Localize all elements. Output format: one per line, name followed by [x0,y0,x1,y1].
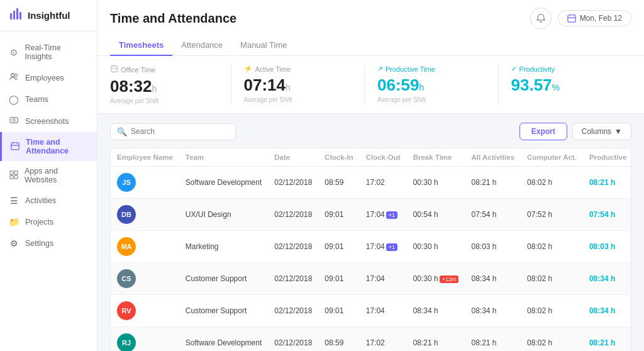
col-team: Team [179,148,268,167]
office-time-icon [110,65,118,74]
export-button[interactable]: Export [519,123,567,140]
col-clock-out: Clock-Out [360,148,407,167]
sidebar-item-activities[interactable]: ☰ Activities [0,190,97,211]
sidebar-item-label: Real-Time Insights [25,43,89,61]
logo-icon [9,7,23,24]
svg-rect-3 [19,12,21,20]
btn-group: Export Columns ▼ [519,123,631,140]
badge: +1 [386,211,397,219]
real-time-icon: ⊙ [9,47,19,57]
table-row: DB UX/UI Design02/12/201809:0117:04+100:… [111,199,631,231]
avatar: DB [117,205,136,224]
sidebar-item-real-time[interactable]: ⊙ Real-Time Insights [0,38,97,67]
stat-productivity-value: 93.57% [511,75,619,95]
bell-icon [536,13,546,23]
calendar-icon [567,14,576,23]
stat-active-time: ⚡ Active Time 07:14h Average per Shift [231,65,365,104]
apps-icon [9,170,18,181]
avatar: JS [117,173,136,192]
notification-button[interactable] [530,8,552,29]
employee-cell: DB [117,205,173,224]
sidebar: Insightful ⊙ Real-Time Insights Employee… [0,0,97,351]
sidebar-item-apps-websites[interactable]: Apps and Websites [0,161,97,190]
avatar: RJ [117,333,136,351]
table-row: RJ Software Development02/12/201808:5917… [111,327,631,352]
main-header: Time and Attendance Mon, Feb 12 [97,0,644,56]
date-picker-button[interactable]: Mon, Feb 12 [558,10,631,26]
tab-attendance[interactable]: Attendance [172,35,231,56]
svg-rect-10 [14,170,17,174]
stat-productive-value: 06:59h [377,75,486,95]
stat-productivity: ✓ Productivity 93.57% [499,65,632,104]
stat-productivity-label: ✓ Productivity [511,65,619,73]
stat-productive-sub: Average per Shift [377,96,486,103]
stat-office-time: Office Time 08:32h Average per Shift [110,65,231,104]
stat-office-value: 08:32h [110,77,218,96]
svg-rect-14 [111,66,118,72]
col-date: Date [268,148,318,167]
table-row: MA Marketing02/12/201809:0117:04+100:30 … [111,231,631,263]
activities-icon: ☰ [9,196,19,206]
table-header: Employee Name Team Date Clock-In Clock-O… [111,148,631,167]
settings-icon: ⚙ [9,238,19,248]
col-employee-name: Employee Name [111,148,179,167]
columns-button[interactable]: Columns ▼ [572,123,631,140]
sidebar-item-time-attendance[interactable]: Time and Attendance [0,132,97,161]
sidebar-item-label: Screenshots [25,117,69,126]
tabs: Timesheets Attendance Manual Time [110,35,631,55]
tab-manual-time[interactable]: Manual Time [231,35,296,56]
employee-name-cell: RJ [111,327,179,352]
sidebar-item-employees[interactable]: Employees [0,67,97,89]
svg-point-4 [11,74,14,77]
date-label: Mon, Feb 12 [580,14,622,23]
sidebar-item-settings[interactable]: ⚙ Settings [0,233,97,254]
employee-cell: RJ [117,333,173,351]
employee-name-cell: RV [111,295,179,327]
teams-icon: ◯ [9,94,19,104]
page-title: Time and Attendance [110,11,236,26]
header-actions: Mon, Feb 12 [530,8,631,29]
col-productive: Productive [583,148,631,167]
employee-name-cell: JS [111,167,179,199]
employee-name-cell: CS [111,263,179,295]
avatar: RV [117,301,136,320]
stat-office-label: Office Time [110,65,218,74]
time-attendance-icon [11,142,19,152]
tab-timesheets[interactable]: Timesheets [110,35,172,56]
employee-cell: RV [117,301,173,320]
sidebar-item-label: Activities [25,196,56,205]
sidebar-item-label: Apps and Websites [25,167,88,184]
svg-rect-0 [10,13,12,20]
stat-productive-label: ↗ Productive Time [377,65,486,73]
stat-office-sub: Average per Shift [110,98,218,104]
col-break-time: Break Time [407,148,465,167]
content-area: 🔍 Export Columns ▼ Employee Name Team Da… [97,114,644,351]
employee-cell: MA [117,237,173,256]
sidebar-nav: ⊙ Real-Time Insights Employees ◯ Teams S… [0,31,97,351]
active-time-icon: ⚡ [244,65,253,73]
screenshots-icon [9,116,19,126]
stat-active-value: 07:14h [244,75,352,95]
col-clock-in: Clock-In [318,148,359,167]
logo-text: Insightful [28,10,70,21]
sidebar-item-screenshots[interactable]: Screenshots [0,110,97,132]
avatar: CS [117,269,136,288]
sidebar-item-label: Teams [25,95,48,104]
svg-point-5 [14,74,17,76]
sidebar-item-teams[interactable]: ◯ Teams [0,89,97,110]
svg-rect-8 [11,142,19,149]
sidebar-item-label: Projects [25,218,53,226]
employee-cell: CS [117,269,173,288]
sidebar-item-label: Time and Attendance [26,138,88,155]
search-input[interactable] [131,127,229,136]
sidebar-item-label: Employees [25,74,64,82]
logo: Insightful [0,0,97,31]
stat-active-label: ⚡ Active Time [244,65,352,73]
table-row: RV Customer Support02/12/201809:0117:040… [111,295,631,327]
avatar: MA [117,237,136,256]
search-icon: 🔍 [117,127,127,136]
projects-icon: 📁 [9,217,19,227]
sidebar-item-projects[interactable]: 📁 Projects [0,211,97,233]
toolbar: 🔍 Export Columns ▼ [110,123,631,140]
svg-rect-9 [9,170,13,174]
